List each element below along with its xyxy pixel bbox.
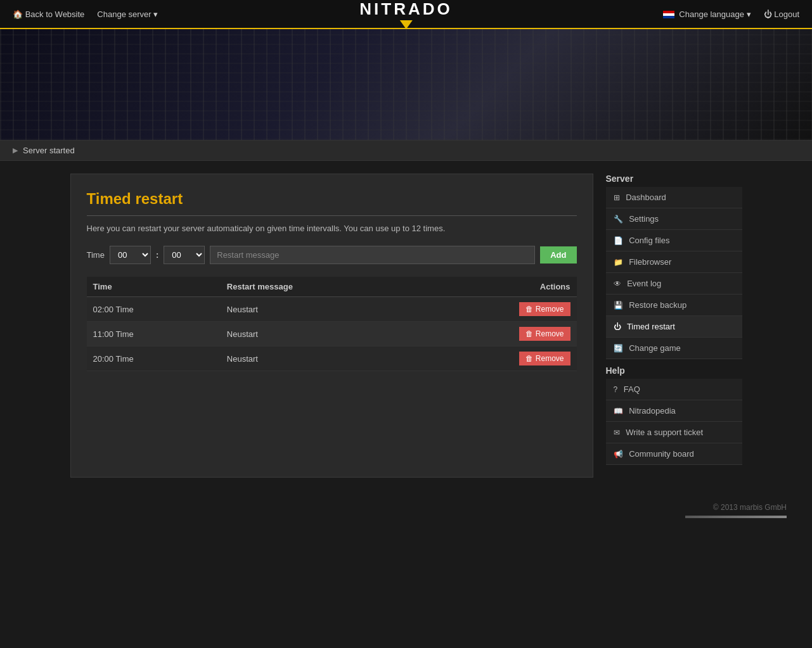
logo-triangle	[400, 20, 413, 29]
time-separator: :	[156, 250, 158, 260]
change-server-dropdown[interactable]: Change server ▾	[97, 10, 158, 19]
logo-container: NITRADO	[359, 0, 452, 29]
panel-description: Here you can restart your server automat…	[87, 224, 577, 233]
restart-message-input[interactable]	[210, 246, 535, 264]
sidebar-item-support-ticket[interactable]: ✉ Write a support ticket	[606, 422, 742, 443]
settings-icon: 🔧	[614, 215, 623, 224]
sidebar-label-settings: Settings	[629, 214, 659, 224]
add-button[interactable]: Add	[540, 246, 576, 264]
col-header-time: Time	[87, 277, 221, 297]
remove-button[interactable]: 🗑 Remove	[519, 327, 570, 341]
play-icon: ▶	[13, 146, 18, 155]
panel-title: Timed restart	[87, 190, 577, 216]
trash-icon: 🗑	[525, 305, 535, 314]
sidebar-label-faq: FAQ	[624, 384, 640, 394]
sidebar: Server ⊞ Dashboard 🔧 Settings 📄 Config f…	[606, 174, 742, 478]
footer-bar	[685, 516, 787, 518]
sidebar-label-config-files: Config files	[629, 236, 669, 245]
main-content: Timed restart Here you can restart your …	[58, 161, 755, 490]
sidebar-label-support-ticket: Write a support ticket	[626, 428, 703, 437]
sidebar-server-label: Server	[606, 174, 742, 184]
sidebar-item-faq[interactable]: ? FAQ	[606, 379, 742, 400]
sidebar-label-nitradopedia: Nitradopedia	[629, 406, 676, 416]
nitradopedia-icon: 📖	[614, 407, 623, 416]
sidebar-label-filebrowser: Filebrowser	[629, 257, 671, 267]
hero-banner	[0, 29, 812, 140]
col-header-actions: Actions	[418, 277, 577, 297]
sidebar-item-community-board[interactable]: 📢 Community board	[606, 443, 742, 465]
row-message: Neustart	[221, 297, 418, 322]
sidebar-label-dashboard: Dashboard	[626, 193, 666, 202]
row-actions: 🗑 Remove	[418, 346, 577, 371]
change-language-dropdown[interactable]: Change language ▾	[663, 10, 751, 19]
sidebar-label-restore-backup: Restore backup	[629, 300, 686, 310]
remove-button[interactable]: 🗑 Remove	[519, 352, 570, 365]
remove-button[interactable]: 🗑 Remove	[519, 302, 570, 316]
row-actions: 🗑 Remove	[418, 297, 577, 322]
dashboard-icon: ⊞	[614, 193, 620, 202]
trash-icon: 🗑	[525, 329, 535, 338]
row-time: 02:00 Time	[87, 297, 221, 322]
sidebar-item-config-files[interactable]: 📄 Config files	[606, 230, 742, 251]
sidebar-item-change-game[interactable]: 🔄 Change game	[606, 338, 742, 359]
faq-icon: ?	[614, 385, 618, 394]
logo-text: NITRADO	[359, 0, 452, 19]
support-ticket-icon: ✉	[614, 428, 620, 437]
table-row: 20:00 Time Neustart 🗑 Remove	[87, 346, 577, 371]
sidebar-label-community-board: Community board	[629, 449, 694, 459]
power-icon: ⏻	[764, 10, 775, 19]
event-log-icon: 👁	[614, 279, 621, 288]
server-status-text: Server started	[23, 146, 75, 155]
timed-restart-panel: Timed restart Here you can restart your …	[70, 174, 593, 478]
sidebar-label-timed-restart: Timed restart	[627, 322, 675, 331]
copyright-text: © 2013 marbis GmbH	[713, 503, 787, 512]
top-navigation: 🏠 Back to Website Change server ▾ NITRAD…	[0, 0, 812, 29]
sidebar-item-settings[interactable]: 🔧 Settings	[606, 208, 742, 230]
sidebar-label-event-log: Event log	[627, 279, 661, 288]
sidebar-item-dashboard[interactable]: ⊞ Dashboard	[606, 187, 742, 208]
sidebar-item-event-log[interactable]: 👁 Event log	[606, 273, 742, 295]
sidebar-item-timed-restart[interactable]: ⏻ Timed restart	[606, 316, 742, 338]
community-board-icon: 📢	[614, 450, 623, 459]
sidebar-label-change-game: Change game	[629, 343, 681, 353]
filebrowser-icon: 📁	[614, 258, 623, 267]
hero-background	[0, 29, 812, 140]
row-actions: 🗑 Remove	[418, 322, 577, 346]
flag-icon	[663, 11, 674, 18]
home-icon: 🏠	[13, 10, 25, 19]
sidebar-item-nitradopedia[interactable]: 📖 Nitradopedia	[606, 400, 742, 422]
server-menu: ⊞ Dashboard 🔧 Settings 📄 Config files 📁 …	[606, 187, 742, 359]
row-time: 20:00 Time	[87, 346, 221, 371]
back-to-website-link[interactable]: 🏠 Back to Website	[13, 10, 84, 19]
help-menu: ? FAQ 📖 Nitradopedia ✉ Write a support t…	[606, 379, 742, 465]
logout-link[interactable]: ⏻ Logout	[764, 10, 799, 19]
row-message: Neustart	[221, 346, 418, 371]
sidebar-item-restore-backup[interactable]: 💾 Restore backup	[606, 295, 742, 316]
footer: © 2013 marbis GmbH	[0, 490, 812, 531]
chevron-down-icon: ▾	[747, 10, 751, 19]
table-row: 02:00 Time Neustart 🗑 Remove	[87, 297, 577, 322]
server-status-bar: ▶ Server started	[0, 140, 812, 161]
sidebar-help-label: Help	[606, 365, 742, 376]
timed-restart-icon: ⏻	[614, 322, 621, 331]
row-message: Neustart	[221, 322, 418, 346]
restart-schedule-table: Time Restart message Actions 02:00 Time …	[87, 277, 577, 371]
row-time: 11:00 Time	[87, 322, 221, 346]
chevron-down-icon: ▾	[153, 10, 158, 19]
sidebar-item-filebrowser[interactable]: 📁 Filebrowser	[606, 251, 742, 273]
restore-backup-icon: 💾	[614, 301, 623, 310]
config-files-icon: 📄	[614, 236, 623, 245]
col-header-message: Restart message	[221, 277, 418, 297]
time-label: Time	[87, 250, 105, 260]
trash-icon: 🗑	[525, 354, 535, 363]
minute-select[interactable]: 00051015 20253035 40455055	[164, 246, 205, 264]
table-row: 11:00 Time Neustart 🗑 Remove	[87, 322, 577, 346]
change-game-icon: 🔄	[614, 344, 623, 353]
add-restart-form: Time 00010203 04050607 08091011 12131415…	[87, 246, 577, 264]
hour-select[interactable]: 00010203 04050607 08091011 12131415 1617…	[110, 246, 151, 264]
